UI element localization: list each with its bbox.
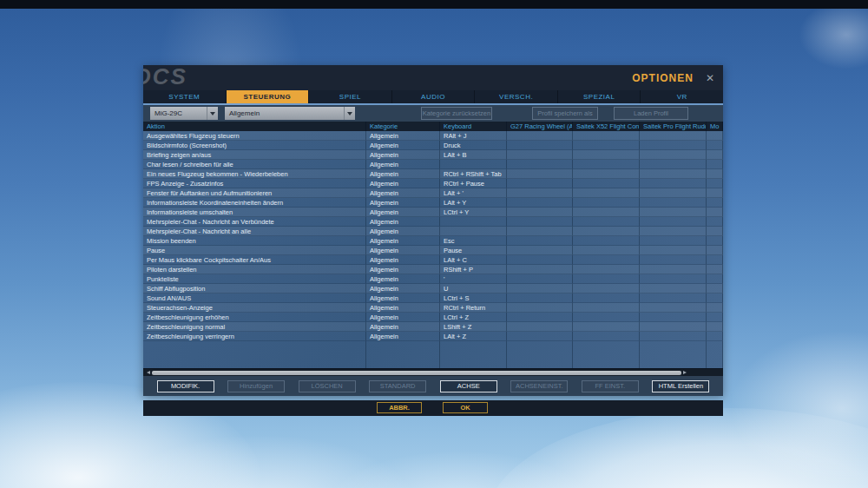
standard-button[interactable]: STANDARD <box>369 380 426 392</box>
table-row[interactable]: Piloten darstellenAllgemeinRShift + P <box>143 265 723 274</box>
cell-device <box>573 322 640 332</box>
table-row[interactable]: Per Maus klickbare Cockpitschalter An/Au… <box>143 255 723 265</box>
cell-device <box>707 188 723 198</box>
cell-action: Mission beenden <box>143 236 366 246</box>
load-profile-button[interactable]: Laden Profil <box>614 107 688 120</box>
tab-audio[interactable]: AUDIO <box>392 90 475 103</box>
cell-device <box>573 265 640 274</box>
aircraft-dropdown[interactable]: MiG-29C <box>150 107 218 120</box>
scroll-left-icon[interactable] <box>143 369 150 377</box>
cell-category: Allgemein <box>366 322 440 332</box>
cell-device <box>573 246 640 255</box>
chevron-down-icon <box>344 107 355 120</box>
cell-action: Bildschirmfoto (Screenshot) <box>143 141 366 150</box>
cell-device <box>573 313 640 322</box>
cell-action: Char lesen / schreiben für alle <box>143 160 366 169</box>
cell-device <box>507 293 573 303</box>
cell-device <box>707 284 723 293</box>
options-tab-bar: SYSTEMSTEUERUNGSPIELAUDIOVERSCH.SPEZIALV… <box>143 90 723 103</box>
l-schen-button[interactable]: LÖSCHEN <box>299 380 356 392</box>
cell-device <box>640 332 707 341</box>
cell-device <box>573 131 640 141</box>
reset-category-button[interactable]: Kategorie zurücksetzen <box>421 107 492 120</box>
tab-system[interactable]: SYSTEM <box>143 90 226 103</box>
cell-keyboard: LAlt + C <box>440 255 507 265</box>
table-row[interactable]: Mission beendenAllgemeinEsc <box>143 236 723 246</box>
table-row[interactable]: PauseAllgemeinPause <box>143 246 723 255</box>
modifik-button[interactable]: MODIFIK. <box>157 380 214 392</box>
table-row[interactable]: Zeitbeschleunigung verringernAllgemeinLA… <box>143 332 723 341</box>
html-erstellen-button[interactable]: HTML Erstellen <box>652 380 709 392</box>
cell-action: Ausgewähltes Flugzeug steuern <box>143 131 366 141</box>
table-row[interactable]: PunktelisteAllgemein' <box>143 274 723 284</box>
save-profile-button[interactable]: Profil speichern als <box>532 107 598 120</box>
dialog-titlebar: DCS OPTIONEN ✕ <box>143 65 723 90</box>
column-header: Saitek Pro Flight Rudd <box>640 122 707 131</box>
cell-category: Allgemein <box>366 332 440 341</box>
cell-action: Punkteliste <box>143 274 366 284</box>
table-header: AktionKategorieKeyboardG27 Racing Wheel … <box>143 122 723 131</box>
ok-button[interactable]: OK <box>443 402 488 413</box>
scrollbar-thumb[interactable] <box>152 371 681 375</box>
cell-device <box>573 293 640 303</box>
tab-spezial[interactable]: SPEZIAL <box>558 90 641 103</box>
ff-einst-button[interactable]: FF EINST. <box>582 380 639 392</box>
table-row[interactable]: Ein neues Flugzeug bekommen - Wiederbele… <box>143 169 723 179</box>
cell-device <box>707 274 723 284</box>
cell-device <box>707 246 723 255</box>
cell-device <box>640 141 707 150</box>
cancel-button[interactable]: ABBR. <box>377 402 422 413</box>
cell-device <box>707 141 723 150</box>
tab-vr[interactable]: VR <box>641 90 723 103</box>
cell-device <box>707 265 723 274</box>
table-row[interactable]: Steuerachsen-AnzeigeAllgemeinRCtrl + Ret… <box>143 303 723 313</box>
achseneinst-button[interactable]: ACHSENEINST. <box>510 380 568 392</box>
table-row[interactable]: Bildschirmfoto (Screenshot)AllgemeinDruc… <box>143 141 723 150</box>
empty-cell <box>143 341 366 368</box>
tab-versch[interactable]: VERSCH. <box>475 90 557 103</box>
cell-device <box>573 284 640 293</box>
table-row[interactable]: Schiff AbflugpositionAllgemeinU <box>143 284 723 293</box>
table-row[interactable]: Informationsleiste Koordinateneinheiten … <box>143 198 723 208</box>
cell-device <box>507 236 573 246</box>
empty-cell <box>640 341 707 368</box>
tab-spiel[interactable]: SPIEL <box>309 90 391 103</box>
cell-action: Piloten darstellen <box>143 265 366 274</box>
table-row[interactable]: Ausgewähltes Flugzeug steuernAllgemeinRA… <box>143 131 723 141</box>
table-row[interactable]: FPS Anzeige - ZusatzinfosAllgemeinRCtrl … <box>143 179 723 188</box>
cell-action: Zeitbeschleunigung verringern <box>143 332 366 341</box>
table-row[interactable]: Sound AN/AUSAllgemeinLCtrl + S <box>143 293 723 303</box>
table-row[interactable]: Briefing zeigen an/ausAllgemeinLAlt + B <box>143 150 723 160</box>
category-dropdown[interactable]: Allgemein <box>225 107 355 120</box>
cell-category: Allgemein <box>366 160 440 169</box>
table-row[interactable]: Zeitbeschleunigung normalAllgemeinLShift… <box>143 322 723 332</box>
horizontal-scrollbar[interactable] <box>143 368 723 376</box>
cell-action: Mehrspieler-Chat - Nachricht an Verbünde… <box>143 217 366 227</box>
hinzuf-gen-button[interactable]: Hinzufügen <box>227 380 285 392</box>
close-icon[interactable]: ✕ <box>706 72 723 84</box>
achse-button[interactable]: ACHSE <box>440 380 497 392</box>
column-header: Mo <box>707 122 723 131</box>
cell-keyboard: RCtrl + RShift + Tab <box>440 169 507 179</box>
cell-device <box>507 313 573 322</box>
cell-device <box>640 303 707 313</box>
tab-steuerung[interactable]: STEUERUNG <box>227 90 309 103</box>
cell-action: Steuerachsen-Anzeige <box>143 303 366 313</box>
cell-action: Informationsleiste Koordinateneinheiten … <box>143 198 366 208</box>
table-row[interactable]: Mehrspieler-Chat - Nachricht an Verbünde… <box>143 217 723 227</box>
table-row[interactable]: Char lesen / schreiben für alleAllgemein <box>143 160 723 169</box>
cell-device <box>573 332 640 341</box>
cell-action: Schiff Abflugposition <box>143 284 366 293</box>
table-row[interactable]: Zeitbeschleunigung erhöhenAllgemeinLCtrl… <box>143 313 723 322</box>
cell-device <box>707 332 723 341</box>
cell-device <box>707 150 723 160</box>
cell-device <box>507 169 573 179</box>
cell-device <box>573 303 640 313</box>
table-row[interactable]: Informationsleiste umschaltenAllgemeinLC… <box>143 208 723 217</box>
bindings-table: Ausgewähltes Flugzeug steuernAllgemeinRA… <box>143 131 723 368</box>
table-row[interactable]: Mehrspieler-Chat - Nachricht an alleAllg… <box>143 227 723 236</box>
table-row[interactable]: Fenster für Auftanken und Aufmunitionier… <box>143 188 723 198</box>
cell-keyboard: U <box>440 284 507 293</box>
cell-category: Allgemein <box>366 179 440 188</box>
scroll-right-icon[interactable] <box>683 369 690 377</box>
